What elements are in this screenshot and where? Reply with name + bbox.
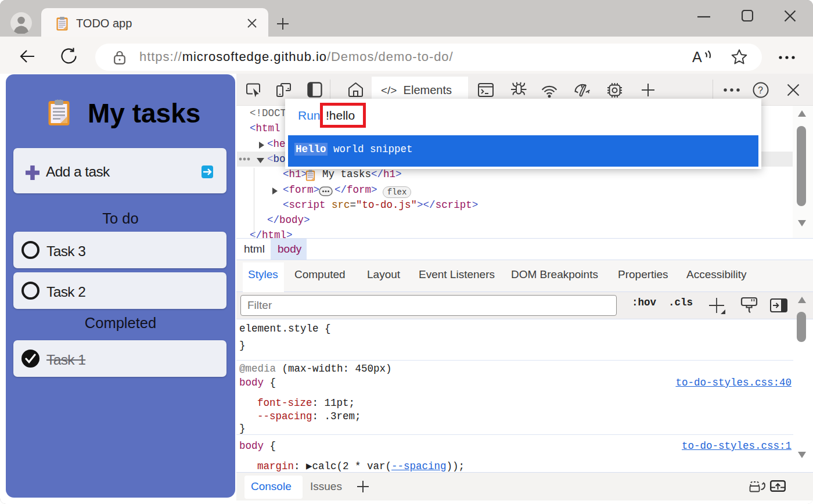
svg-text:A: A [692, 49, 702, 65]
svg-text:?: ? [758, 85, 763, 95]
